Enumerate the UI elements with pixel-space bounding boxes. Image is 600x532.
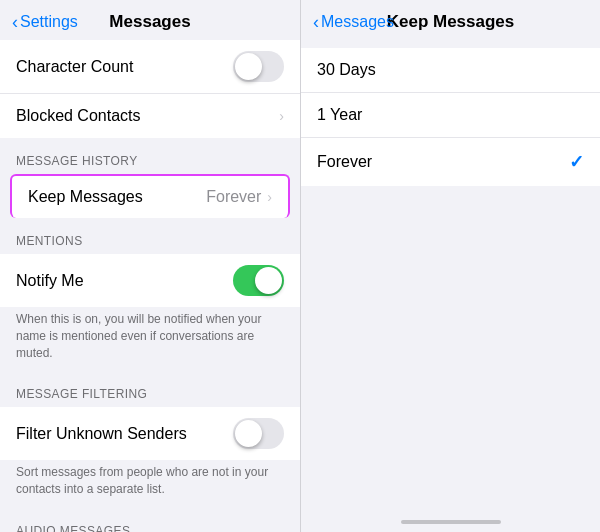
filtering-block: Filter Unknown Senders bbox=[0, 407, 300, 460]
blocked-contacts-label: Blocked Contacts bbox=[16, 107, 279, 125]
back-label: Settings bbox=[20, 13, 78, 31]
blocked-contacts-row[interactable]: Blocked Contacts › bbox=[0, 94, 300, 138]
blocked-contacts-chevron-icon: › bbox=[279, 108, 284, 124]
filter-unknown-row[interactable]: Filter Unknown Senders bbox=[0, 407, 300, 460]
notify-me-row[interactable]: Notify Me bbox=[0, 254, 300, 307]
mentions-header: MENTIONS bbox=[0, 218, 300, 254]
keep-messages-row[interactable]: Keep Messages Forever › bbox=[10, 174, 290, 218]
filter-unknown-description: Sort messages from people who are not in… bbox=[0, 460, 300, 508]
message-history-header: MESSAGE HISTORY bbox=[0, 138, 300, 174]
back-arrow-icon: ‹ bbox=[313, 13, 319, 31]
left-nav-title: Messages bbox=[109, 12, 190, 32]
top-settings-block: Character Count Blocked Contacts › bbox=[0, 40, 300, 138]
left-scroll-content: Character Count Blocked Contacts › MESSA… bbox=[0, 40, 300, 532]
audio-messages-header: AUDIO MESSAGES bbox=[0, 508, 300, 532]
character-count-toggle[interactable] bbox=[233, 51, 284, 82]
toggle-knob bbox=[255, 267, 282, 294]
filter-unknown-toggle[interactable] bbox=[233, 418, 284, 449]
filter-unknown-label: Filter Unknown Senders bbox=[16, 425, 233, 443]
toggle-knob bbox=[235, 53, 262, 80]
right-panel: ‹ Messages Keep Messages 30 Days 1 Year … bbox=[300, 0, 600, 532]
keep-30-days-row[interactable]: 30 Days bbox=[301, 48, 600, 93]
left-nav-bar: ‹ Settings Messages bbox=[0, 0, 300, 40]
selected-checkmark-icon: ✓ bbox=[569, 151, 584, 173]
toggle-knob bbox=[235, 420, 262, 447]
keep-1-year-label: 1 Year bbox=[317, 106, 584, 124]
notify-me-toggle[interactable] bbox=[233, 265, 284, 296]
notify-me-label: Notify Me bbox=[16, 272, 233, 290]
character-count-label: Character Count bbox=[16, 58, 233, 76]
right-nav-bar: ‹ Messages Keep Messages bbox=[301, 0, 600, 40]
keep-messages-chevron-icon: › bbox=[267, 189, 272, 205]
mentions-block: Notify Me bbox=[0, 254, 300, 307]
keep-messages-value: Forever bbox=[206, 188, 261, 206]
keep-messages-list: 30 Days 1 Year Forever ✓ bbox=[301, 48, 600, 186]
back-arrow-icon: ‹ bbox=[12, 13, 18, 31]
keep-1-year-row[interactable]: 1 Year bbox=[301, 93, 600, 138]
keep-messages-label: Keep Messages bbox=[28, 188, 206, 206]
right-nav-title: Keep Messages bbox=[387, 12, 515, 32]
settings-back-button[interactable]: ‹ Settings bbox=[12, 13, 78, 31]
home-indicator bbox=[401, 520, 501, 524]
left-panel: ‹ Settings Messages Character Count Bloc… bbox=[0, 0, 300, 532]
keep-forever-row[interactable]: Forever ✓ bbox=[301, 138, 600, 186]
keep-30-days-label: 30 Days bbox=[317, 61, 584, 79]
bottom-bar bbox=[301, 512, 600, 532]
message-filtering-header: MESSAGE FILTERING bbox=[0, 371, 300, 407]
keep-messages-wrapper: Keep Messages Forever › bbox=[0, 174, 300, 218]
right-back-label: Messages bbox=[321, 13, 394, 31]
character-count-row[interactable]: Character Count bbox=[0, 40, 300, 94]
messages-back-button[interactable]: ‹ Messages bbox=[313, 13, 394, 31]
notify-me-description: When this is on, you will be notified wh… bbox=[0, 307, 300, 371]
keep-forever-label: Forever bbox=[317, 153, 569, 171]
